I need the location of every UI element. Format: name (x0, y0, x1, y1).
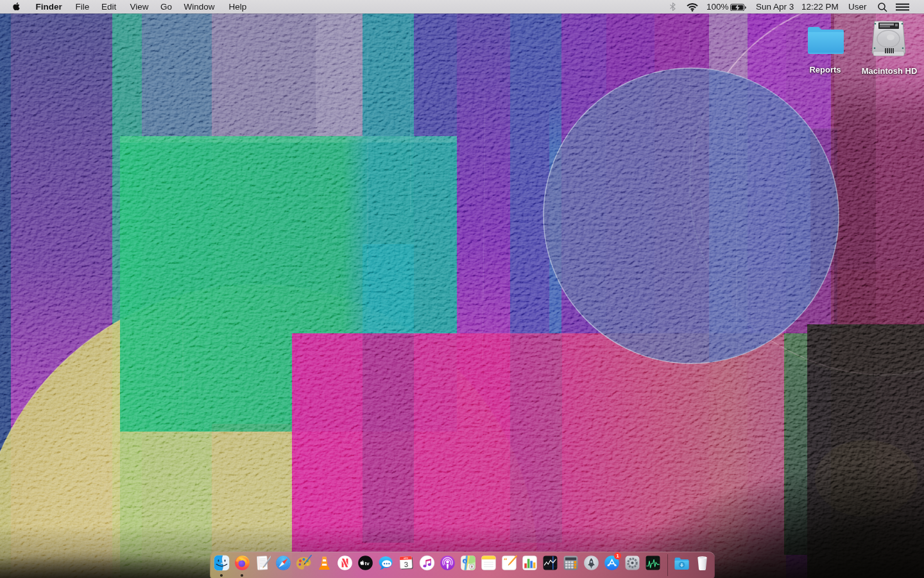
svg-text:A: A (463, 560, 466, 563)
svg-text:“: “ (503, 556, 507, 564)
svg-text:3: 3 (404, 561, 408, 568)
svg-text:APR: APR (403, 557, 408, 559)
svg-text:tv: tv (364, 561, 370, 566)
